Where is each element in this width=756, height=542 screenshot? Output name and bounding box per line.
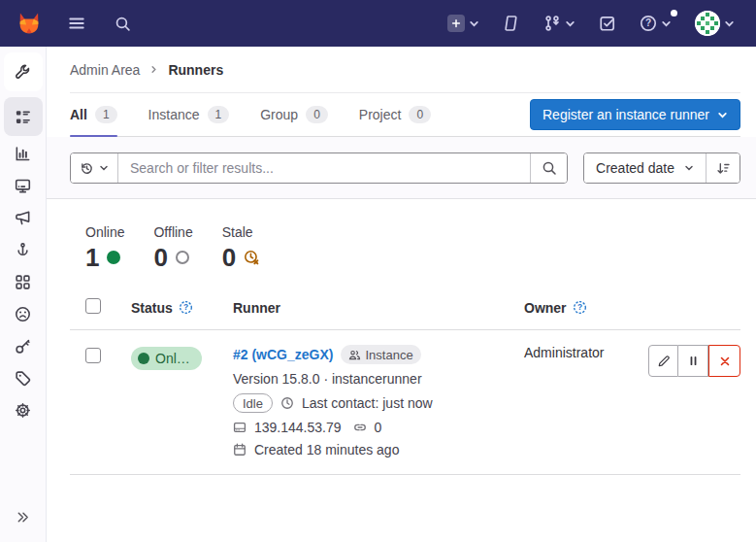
pause-runner-button[interactable] — [678, 345, 708, 377]
history-icon — [80, 161, 94, 176]
tab-group-count: 0 — [306, 106, 328, 123]
chevron-down-icon — [661, 18, 672, 29]
clock-icon — [280, 396, 294, 410]
select-all-checkbox[interactable] — [85, 298, 101, 314]
sort-descending-icon — [716, 161, 731, 176]
issues-button[interactable] — [499, 11, 524, 36]
merge-requests-button[interactable] — [540, 11, 579, 36]
chevron-down-icon — [565, 18, 575, 29]
sidebar-item-deploy-keys[interactable] — [4, 330, 43, 362]
owner-help-icon[interactable]: ? — [573, 300, 587, 315]
tab-instance-count: 1 — [208, 106, 230, 123]
sidebar-item-settings[interactable] — [4, 394, 43, 426]
online-count: 1 — [85, 243, 99, 272]
ip-address-icon — [233, 421, 247, 434]
runner-type-badge: Instance — [341, 345, 420, 364]
delete-runner-button[interactable] — [708, 345, 740, 377]
runner-stats: Online 1 Offline 0 Stale 0 — [85, 224, 725, 272]
user-menu-button[interactable] — [691, 7, 739, 40]
notification-dot — [671, 10, 677, 17]
sidebar-item-system-hooks[interactable] — [4, 234, 43, 266]
stat-online: Online 1 — [85, 224, 124, 272]
runner-version: Version 15.8.0 · instancerunner — [233, 371, 524, 387]
sidebar-item-abuse-reports[interactable] — [4, 298, 43, 330]
sidebar-item-monitoring[interactable] — [4, 170, 43, 202]
megaphone-icon — [15, 210, 31, 226]
tab-project[interactable]: Project 0 — [344, 93, 446, 136]
plus-icon — [447, 15, 465, 32]
runners-table: Status ? Runner Owner ? — [70, 286, 740, 475]
chevron-down-icon — [99, 163, 109, 173]
filter-bar: Created date — [47, 137, 756, 199]
search-input[interactable] — [118, 153, 530, 183]
job-status-badge: Idle — [233, 393, 273, 413]
chevron-down-icon — [724, 18, 735, 29]
users-icon — [348, 349, 361, 361]
calendar-icon — [233, 443, 247, 457]
topbar: ? — [0, 0, 756, 47]
hook-icon — [15, 242, 31, 258]
stale-clock-icon — [244, 250, 260, 266]
search-history-dropdown[interactable] — [71, 153, 118, 183]
chevron-down-icon — [469, 18, 479, 29]
online-dot-icon — [138, 353, 149, 364]
sidebar-item-labels[interactable] — [4, 362, 43, 394]
search-button[interactable] — [111, 12, 135, 36]
tab-all-count: 1 — [95, 106, 117, 123]
link-icon — [353, 421, 367, 434]
tab-all[interactable]: All 1 — [70, 93, 133, 136]
search-submit-button[interactable] — [530, 153, 567, 183]
pause-icon — [687, 355, 700, 367]
runner-link[interactable]: #2 (wCG_zeGX) — [233, 347, 333, 362]
created-ago: Created 18 minutes ago — [254, 442, 399, 457]
chevron-right-icon — [149, 65, 158, 74]
overview-icon — [15, 109, 31, 125]
chart-icon — [15, 146, 31, 162]
new-menu-button[interactable] — [444, 11, 483, 36]
register-instance-runner-button[interactable]: Register an instance runner — [530, 99, 740, 130]
tab-project-count: 0 — [409, 106, 431, 123]
sort-direction-button[interactable] — [706, 153, 740, 183]
tab-instance[interactable]: Instance 1 — [133, 93, 246, 136]
help-button[interactable]: ? — [636, 11, 675, 36]
offline-count: 0 — [153, 243, 167, 272]
runner-type-tabs: All 1 Instance 1 Group 0 Project 0 Regis… — [70, 93, 740, 137]
stat-stale: Stale 0 — [222, 224, 260, 272]
sidebar-item-messages[interactable] — [4, 202, 43, 234]
sidebar-item-overview[interactable] — [4, 97, 43, 136]
todos-button[interactable] — [595, 11, 620, 36]
sort-by-dropdown[interactable]: Created date — [584, 153, 706, 183]
close-icon — [718, 355, 732, 368]
avatar — [695, 11, 720, 36]
svg-text:?: ? — [183, 302, 188, 312]
gitlab-logo-icon[interactable] — [16, 10, 43, 37]
key-icon — [15, 338, 31, 355]
search-box — [70, 152, 568, 184]
collapse-sidebar-button[interactable] — [4, 501, 43, 532]
main-content: Admin Area Runners All 1 Instance 1 Grou… — [47, 47, 756, 542]
sidebar-item-analytics[interactable] — [4, 138, 43, 170]
offline-status-icon — [176, 251, 189, 264]
table-header: Status ? Runner Owner ? — [70, 286, 740, 330]
runner-actions — [648, 345, 740, 377]
double-chevron-right-icon — [16, 510, 30, 525]
breadcrumb-admin-area[interactable]: Admin Area — [70, 62, 140, 78]
owner-link[interactable]: Administrator — [524, 345, 604, 360]
online-status-icon — [107, 251, 120, 264]
linked-projects-count: 0 — [375, 420, 382, 435]
frown-face-icon — [15, 306, 31, 322]
pencil-icon — [657, 355, 671, 368]
breadcrumb: Admin Area Runners — [47, 47, 756, 92]
status-help-icon[interactable]: ? — [179, 300, 193, 315]
admin-area-context-button[interactable] — [4, 52, 43, 91]
edit-runner-button[interactable] — [648, 345, 678, 377]
tab-group[interactable]: Group 0 — [245, 93, 344, 136]
chevron-down-icon — [684, 163, 694, 173]
stat-offline: Offline 0 — [153, 224, 192, 272]
runner-status-badge: Online — [131, 347, 202, 370]
hamburger-menu-button[interactable] — [64, 11, 89, 36]
row-checkbox[interactable] — [85, 348, 101, 363]
svg-text:?: ? — [577, 302, 582, 312]
sidebar-item-applications[interactable] — [4, 266, 43, 298]
wrench-icon — [15, 64, 31, 81]
